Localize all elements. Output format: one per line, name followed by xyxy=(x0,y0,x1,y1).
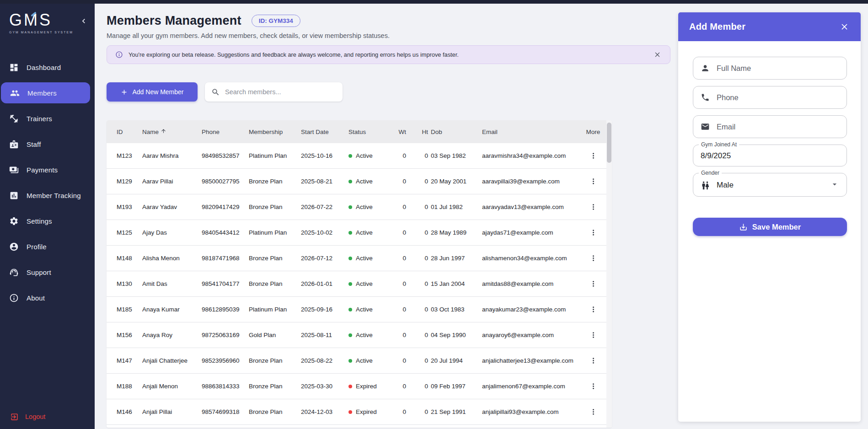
table-scrollbar-thumb[interactable] xyxy=(607,123,611,163)
sidebar-item-payments[interactable]: Payments xyxy=(0,159,90,180)
email-input[interactable] xyxy=(717,123,839,131)
row-more-button[interactable] xyxy=(585,199,601,215)
logout-icon xyxy=(10,413,19,421)
sidebar-item-support[interactable]: Support xyxy=(0,262,90,283)
email-field[interactable] xyxy=(693,115,847,138)
table-row[interactable]: M185 Anaya Kumar 98612895039 Platinum Pl… xyxy=(107,297,612,322)
status-label: Active xyxy=(356,255,373,262)
sidebar-item-dashboard[interactable]: Dashboard xyxy=(0,57,90,78)
add-member-panel: Add Member Gym Joined At Gender xyxy=(678,12,861,422)
cell-ht: 0 xyxy=(409,383,431,390)
table-row[interactable]: M156 Anaya Roy 98725063169 Gold Plan 202… xyxy=(107,322,612,348)
col-name[interactable]: Name xyxy=(142,128,202,135)
gender-field[interactable]: Gender Male xyxy=(693,173,847,197)
gender-value: Male xyxy=(717,181,824,190)
row-more-button[interactable] xyxy=(585,225,601,241)
table-row[interactable]: M193 Aarav Yadav 98209417429 Bronze Plan… xyxy=(107,194,612,220)
sidebar-item-member-tracking[interactable]: Member Tracking xyxy=(0,185,90,206)
full-name-field[interactable] xyxy=(693,57,847,80)
add-new-member-button[interactable]: Add New Member xyxy=(107,82,198,102)
table-row[interactable]: M188 Anjali Menon 98863814333 Bronze Pla… xyxy=(107,374,612,399)
table-row[interactable]: M125 Ajay Das 98405443412 Platinum Plan … xyxy=(107,220,612,246)
status-dot xyxy=(348,257,352,260)
table-scrollbar-track[interactable] xyxy=(606,120,612,428)
cell-id: M148 xyxy=(117,255,142,262)
row-more-button[interactable] xyxy=(585,174,601,189)
table-row[interactable]: M146 Anjali Pillai 98574699318 Bronze Pl… xyxy=(107,399,612,425)
panel-close-icon[interactable] xyxy=(839,21,850,32)
status-dot xyxy=(348,154,352,158)
col-start-date[interactable]: Start Date xyxy=(301,129,348,135)
row-more-button[interactable] xyxy=(585,404,601,420)
col-dob[interactable]: Dob xyxy=(431,129,482,135)
row-more-button[interactable] xyxy=(585,251,601,266)
sidebar-item-members[interactable]: Members xyxy=(1,82,90,103)
cell-wt: 0 xyxy=(391,357,409,364)
col-status[interactable]: Status xyxy=(348,129,391,135)
col-email[interactable]: Email xyxy=(482,129,579,135)
cell-wt: 0 xyxy=(391,408,409,415)
gym-id-badge: ID: GYM334 xyxy=(252,15,300,27)
gym-joined-at-field[interactable]: Gym Joined At xyxy=(693,145,847,166)
sidebar-item-trainers[interactable]: Trainers xyxy=(0,108,90,129)
status-dot xyxy=(348,205,352,209)
gear-icon xyxy=(9,216,19,226)
cell-email: anjalichatterjee13@example.com xyxy=(482,357,579,364)
row-more-button[interactable] xyxy=(585,148,601,164)
col-more: More xyxy=(579,129,607,135)
col-wt[interactable]: Wt xyxy=(391,129,409,135)
search-box[interactable] xyxy=(205,82,343,102)
sidebar-item-settings[interactable]: Settings xyxy=(0,210,90,231)
phone-input[interactable] xyxy=(717,93,839,102)
table-row[interactable]: M123 Aarav Mishra 98498532857 Platinum P… xyxy=(107,143,612,169)
row-more-button[interactable] xyxy=(585,276,601,292)
row-more-button[interactable] xyxy=(585,379,601,394)
table-row[interactable]: M148 Alisha Menon 98187471968 Bronze Pla… xyxy=(107,246,612,271)
cell-start-date: 2026-07-12 xyxy=(301,255,348,262)
cell-ht: 0 xyxy=(409,255,431,262)
row-more-button[interactable] xyxy=(585,327,601,343)
search-input[interactable] xyxy=(225,88,336,96)
status-label: Active xyxy=(356,229,373,236)
add-member-form: Gym Joined At Gender Male Save Member xyxy=(678,41,861,236)
sidebar-item-about[interactable]: About xyxy=(0,287,90,308)
row-more-button[interactable] xyxy=(585,302,601,317)
cell-email: alishamenon34@example.com xyxy=(482,255,579,262)
cell-dob: 28 May 1989 xyxy=(431,229,482,236)
col-phone[interactable]: Phone xyxy=(202,129,249,135)
save-member-button[interactable]: Save Member xyxy=(693,218,847,236)
gender-select[interactable]: Male xyxy=(701,180,839,191)
row-more-button[interactable] xyxy=(585,353,601,369)
table-row[interactable]: M129 Aarav Pillai 98500027795 Bronze Pla… xyxy=(107,169,612,194)
sidebar-item-profile[interactable]: Profile xyxy=(0,236,90,257)
more-vert-icon xyxy=(589,203,598,211)
more-vert-icon xyxy=(589,177,598,186)
cell-more xyxy=(579,148,607,164)
info-outline-icon xyxy=(115,51,123,59)
beta-banner-text: You're exploring our beta release. Sugge… xyxy=(129,51,648,58)
logout-button[interactable]: Logout xyxy=(0,411,95,429)
col-id[interactable]: ID xyxy=(117,129,142,135)
banner-close-icon[interactable] xyxy=(654,51,662,59)
sidebar-item-staff[interactable]: Staff xyxy=(0,134,90,155)
status-dot xyxy=(348,180,352,183)
cell-phone: 98187471968 xyxy=(202,255,249,262)
cell-name: Anaya Kumar xyxy=(142,306,202,313)
table-row[interactable]: M130 Amit Das 98541704177 Bronze Plan 20… xyxy=(107,271,612,297)
status-cell: Active xyxy=(348,255,391,262)
cell-email: anjalimenon67@example.com xyxy=(482,383,579,390)
phone-field[interactable] xyxy=(693,86,847,109)
sidebar-collapse-button[interactable] xyxy=(78,16,89,27)
status-cell: Active xyxy=(348,332,391,338)
cell-membership: Platinum Plan xyxy=(249,306,301,313)
status-cell: Active xyxy=(348,178,391,185)
cell-id: M129 xyxy=(117,178,142,185)
col-ht[interactable]: Ht xyxy=(409,129,431,135)
col-membership[interactable]: Membership xyxy=(249,129,301,135)
gym-joined-at-input[interactable] xyxy=(701,151,839,161)
cell-dob: 20 Jul 1994 xyxy=(431,357,482,364)
account-circle-icon xyxy=(9,241,19,252)
table-row[interactable]: M147 Anjali Chatterjee 98523956960 Bronz… xyxy=(107,348,612,374)
cell-more xyxy=(579,353,607,369)
full-name-input[interactable] xyxy=(717,64,839,73)
